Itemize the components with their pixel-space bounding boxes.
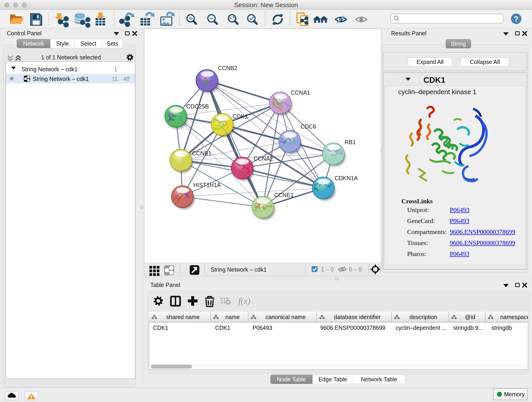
svg-text:stringdb:9...: stringdb:9... — [453, 325, 483, 331]
svg-text:11: 11 — [112, 76, 118, 82]
svg-text:1: 1 — [114, 66, 117, 72]
svg-text:canonical name: canonical name — [266, 314, 306, 320]
svg-text:CDC25B: CDC25B — [186, 103, 209, 109]
svg-text:@id: @id — [465, 314, 475, 320]
svg-text:name: name — [225, 314, 240, 320]
svg-text:48: 48 — [123, 76, 130, 82]
svg-text:stringdb: stringdb — [491, 325, 512, 331]
svg-text:cyclin–dependent ...: cyclin–dependent ... — [396, 325, 447, 331]
svg-text:String Network – cdk1: String Network – cdk1 — [210, 266, 267, 273]
svg-text:CCNA1: CCNA1 — [291, 89, 310, 96]
svg-text:String Network – cdk1: String Network – cdk1 — [22, 66, 78, 72]
svg-text:CCNB2: CCNB2 — [218, 65, 237, 71]
svg-text:1 – 0: 1 – 0 — [321, 266, 334, 273]
svg-text:RB1: RB1 — [345, 139, 356, 145]
svg-text:f(x): f(x) — [238, 296, 250, 306]
svg-text:HIST1H1A: HIST1H1A — [193, 182, 221, 188]
svg-text:description: description — [409, 314, 437, 320]
svg-text:namespace: namespace — [500, 314, 528, 320]
svg-text:CDK1: CDK1 — [215, 325, 230, 331]
svg-text:database identifier: database identifier — [334, 314, 380, 320]
svg-text:String Network – cdk1: String Network – cdk1 — [33, 76, 89, 82]
svg-text:CCNE1: CCNE1 — [274, 192, 294, 198]
svg-text:shared name: shared name — [166, 314, 200, 320]
svg-text:CDK1: CDK1 — [153, 325, 168, 331]
svg-text:CDK1: CDK1 — [233, 113, 248, 120]
svg-text:CDKN1A: CDKN1A — [335, 175, 358, 181]
svg-text:CCNA2: CCNA2 — [254, 155, 273, 162]
svg-text:1 of 1 Network selected: 1 of 1 Network selected — [41, 54, 101, 61]
svg-text:9606.ENSP00000378699: 9606.ENSP00000378699 — [320, 325, 385, 331]
svg-text:0 – 0: 0 – 0 — [349, 266, 362, 273]
svg-text:CCNB1: CCNB1 — [192, 150, 211, 157]
svg-text:CDK1: CDK1 — [423, 75, 445, 84]
svg-text:P06493: P06493 — [253, 325, 272, 331]
svg-text:CDC6: CDC6 — [301, 123, 316, 130]
